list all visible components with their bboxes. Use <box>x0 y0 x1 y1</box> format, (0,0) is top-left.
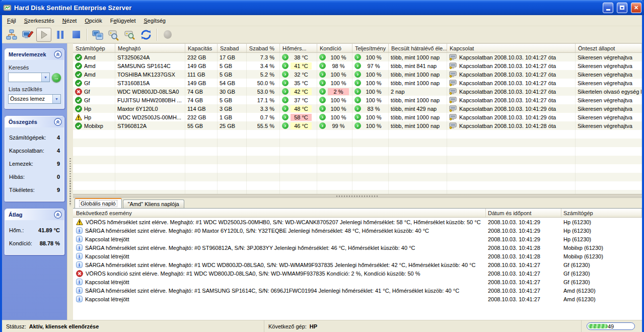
log-datetime: 2008.10.03. 10:41:29 <box>486 226 561 235</box>
green-arrow-icon: › <box>354 88 361 95</box>
network-setup-button[interactable] <box>4 28 19 42</box>
condition-value: 100 % <box>328 114 349 121</box>
disk-row[interactable]: Hp WDC WD2500JS-00MH... 232 GB 1 GB 0.7 … <box>73 113 642 121</box>
column-header-computer[interactable]: Számítógép <box>561 209 642 217</box>
drive-model: SAMSUNG SP1614C <box>115 61 185 70</box>
selftest-status: Sikertelen olvasó egység hi... <box>576 87 642 96</box>
free-space-pct: 53.0 % <box>247 87 280 96</box>
disk-row[interactable]: Hp Maxtor 6Y120L0 114 GB 3 GB 3.3 % › 48… <box>73 104 642 113</box>
minimize-button[interactable] <box>603 3 613 13</box>
search-disk-button[interactable] <box>122 28 137 42</box>
chevron-down-icon: ▼ <box>55 97 58 101</box>
toolbar-separator <box>87 29 87 41</box>
filter-dropdown-button[interactable]: ▼ <box>52 95 60 103</box>
column-header-temperature[interactable]: Hőmérs... <box>280 44 317 52</box>
log-row[interactable]: i Kapcsolat létrejött 2008.10.03. 10:41:… <box>73 235 642 243</box>
column-header-free-pct[interactable]: Szabad % <box>247 44 280 52</box>
disk-row[interactable]: Amd TOSHIBA MK1237GSX 111 GB 5 GB 5.2 % … <box>73 70 642 79</box>
progress-value: 49 <box>587 323 634 329</box>
summary-value: 9 <box>57 187 60 193</box>
condition-value: 100 % <box>328 97 349 104</box>
log-row[interactable]: i VÖRÖS kondíció szint elérve. Meghajtó:… <box>73 269 642 278</box>
start-monitoring-button[interactable] <box>36 28 51 42</box>
panel-splitter[interactable] <box>73 194 642 198</box>
computers-button[interactable] <box>90 28 105 42</box>
log-row[interactable]: i VÖRÖS hőmérséklet szint elérve. Meghaj… <box>73 218 642 226</box>
condition-value: 2 % <box>328 88 349 95</box>
stop-monitoring-button[interactable] <box>68 28 84 42</box>
info-icon: i <box>76 279 83 285</box>
column-header-performance[interactable]: Teljesítmény <box>352 44 389 52</box>
column-header-selftest[interactable]: Önteszt állapot <box>576 44 642 52</box>
log-row[interactable]: i Kapcsolat létrejött 2008.10.03. 10:41:… <box>73 278 642 286</box>
condition-value: 100 % <box>328 71 349 78</box>
detect-disks-button[interactable] <box>106 28 121 42</box>
disk-row[interactable]: Mobilxp ST960812A 55 GB 25 GB 55.5 % › 4… <box>73 121 642 130</box>
column-header-free[interactable]: Szabad <box>218 44 247 52</box>
log-tab[interactable]: "Amd" Kliens naplója <box>123 200 184 208</box>
menu-item[interactable]: Fájl <box>3 16 20 25</box>
log-row[interactable]: i SÁRGA hőmérséklet szint elérve. Meghaj… <box>73 243 642 252</box>
menu-item[interactable]: Segítség <box>139 16 169 25</box>
free-space-pct: 3.4 % <box>247 61 280 70</box>
collapse-panel-button[interactable] <box>54 211 62 219</box>
green-arrow-icon: › <box>282 122 289 129</box>
disk-row[interactable]: Gf FUJITSU MHW2080BH ... 74 GB 5 GB 17.1… <box>73 96 642 104</box>
log-event-text: Kapcsolat létrejött <box>85 296 129 302</box>
green-arrow-icon: › <box>282 105 289 112</box>
search-input[interactable] <box>9 73 41 82</box>
disk-row[interactable]: Gf WDC WD800JD-08LSA0 74 GB 30 GB 53.0 %… <box>73 87 642 96</box>
menu-item[interactable]: Opciók <box>81 16 106 25</box>
disk-row[interactable]: Amd SAMSUNG SP1614C 149 GB 5 GB 3.4 % › … <box>73 61 642 70</box>
temperature-value: 37 °C <box>291 97 312 104</box>
summary-panel-title: Összegzés <box>9 119 37 125</box>
close-button[interactable]: ✕ <box>631 3 641 13</box>
column-header-capacity[interactable]: Kapacitás <box>185 44 218 52</box>
filter-combobox[interactable]: Összes lemez ▼ <box>8 94 61 104</box>
search-go-button[interactable]: → <box>52 73 61 82</box>
log-row[interactable]: i SÁRGA hőmérséklet szint elérve. Meghaj… <box>73 260 642 269</box>
green-arrow-icon: › <box>319 62 326 69</box>
pause-monitoring-button[interactable] <box>52 28 67 42</box>
drive-model: ST960812A <box>115 121 185 130</box>
log-row[interactable]: i SÁRGA hőmérséklet szint elérve. Meghaj… <box>73 226 642 235</box>
log-tab[interactable]: Globális napló <box>75 198 122 208</box>
drive-model: Maxtor 6Y120L0 <box>115 104 185 113</box>
column-header-computer[interactable]: Számítógép <box>73 44 115 52</box>
collapse-panel-button[interactable] <box>54 118 62 126</box>
log-event-text: Kapcsolat létrejött <box>85 253 129 259</box>
drive-model: WDC WD800JD-08LSA0 <box>115 87 185 96</box>
performance-value: 100 % <box>363 71 384 78</box>
sidebar-splitter[interactable] <box>67 43 73 320</box>
column-header-event[interactable]: Bekövetkező esemény <box>73 209 486 217</box>
capacity: 149 GB <box>185 79 218 87</box>
menu-item[interactable]: Szerkesztés <box>20 16 58 25</box>
disk-row[interactable]: Amd ST3250624A 232 GB 17 GB 7.3 % › 38 °… <box>73 53 642 61</box>
condition-value: 100 % <box>328 105 349 112</box>
column-header-datetime[interactable]: Dátum és időpont <box>486 209 561 217</box>
menu-item[interactable]: Felügyelet <box>106 16 140 25</box>
drive-model: TOSHIBA MK1237GSX <box>115 70 185 79</box>
refresh-button[interactable] <box>138 28 154 42</box>
log-computer: Mobilxp (61230) <box>561 243 642 252</box>
capacity: 74 GB <box>185 96 218 104</box>
edit-computer-button[interactable] <box>20 28 35 42</box>
menu-item[interactable]: Nézet <box>58 16 81 25</box>
log-row[interactable]: i Kapcsolat létrejött 2008.10.03. 10:41:… <box>73 295 642 303</box>
summary-label: Számítógépek: <box>9 135 46 141</box>
column-header-lifetime[interactable]: Becsült hátralévő éle... <box>389 44 447 52</box>
maximize-button[interactable] <box>617 3 627 13</box>
column-header-condition[interactable]: Kondíció <box>317 44 352 52</box>
search-dropdown-button[interactable]: ▼ <box>41 73 49 82</box>
search-combobox[interactable]: ▼ <box>8 73 50 82</box>
performance-value: 100 % <box>363 114 384 121</box>
green-arrow-icon: › <box>282 71 289 78</box>
log-row[interactable]: i Kapcsolat létrejött 2008.10.03. 10:41:… <box>73 252 642 260</box>
free-space: 5 GB <box>218 70 247 79</box>
column-header-connection[interactable]: Kapcsolat <box>447 44 576 52</box>
collapse-panel-button[interactable] <box>54 50 62 58</box>
column-header-drive[interactable]: Meghajtó <box>115 44 185 52</box>
disk-row[interactable]: Gf ST3160815A 149 GB 54 GB 50.0 % › 35 °… <box>73 79 642 87</box>
green-arrow-icon: › <box>354 122 361 129</box>
log-row[interactable]: i SÁRGA hőmérséklet szint elérve. Meghaj… <box>73 286 642 295</box>
